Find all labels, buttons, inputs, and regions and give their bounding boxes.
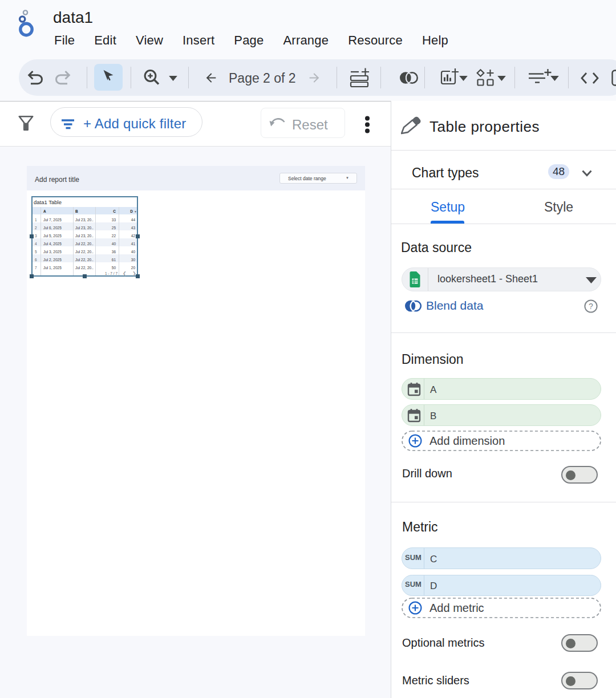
svg-text:?: ? [589, 302, 593, 311]
